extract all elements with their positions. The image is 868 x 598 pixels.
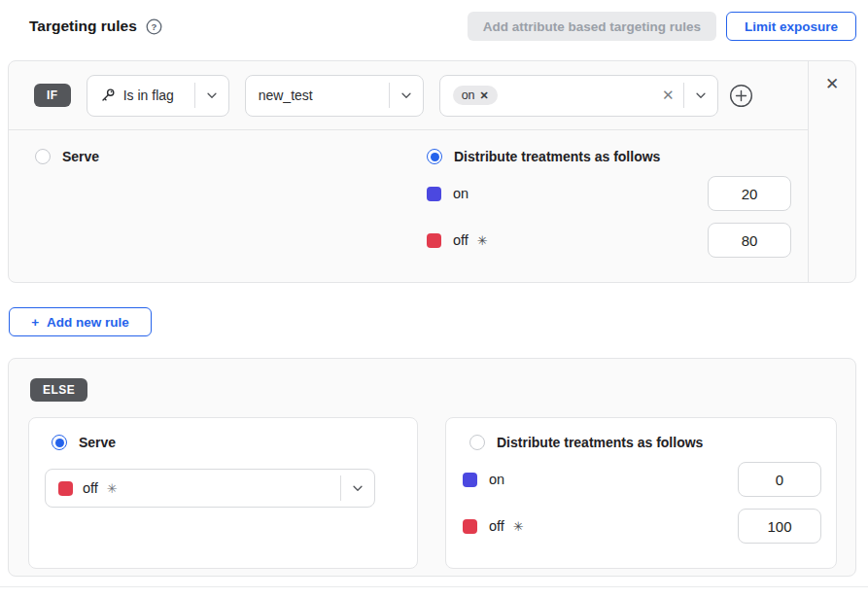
treatment-name: on <box>453 186 469 201</box>
else-serve-option[interactable]: Serve <box>45 435 399 450</box>
clear-icon[interactable]: ✕ <box>653 87 683 104</box>
treatment-percent-input[interactable] <box>708 176 791 211</box>
treatment-off-swatch <box>427 233 441 248</box>
rule-close-column: ✕ <box>808 61 855 282</box>
serve-option[interactable]: Serve <box>35 149 427 164</box>
section-divider <box>0 586 868 587</box>
default-treatment-icon: ✳ <box>107 481 118 496</box>
limit-exposure-button[interactable]: Limit exposure <box>726 12 856 41</box>
serve-radio[interactable] <box>35 149 51 164</box>
treatment-name: off <box>453 232 469 248</box>
if-badge: IF <box>34 84 71 107</box>
matcher-select[interactable]: Is in flag <box>87 75 229 117</box>
page-title-text: Targeting rules <box>29 18 137 35</box>
treatment-percent-input[interactable] <box>738 462 821 497</box>
distribute-option[interactable]: Distribute treatments as follows <box>427 149 791 164</box>
flag-select[interactable]: new_test <box>245 75 424 117</box>
else-serve-label: Serve <box>79 435 116 450</box>
else-distribute-label: Distribute treatments as follows <box>497 435 703 450</box>
value-chip: on ✕ <box>453 86 498 105</box>
treatment-off-swatch <box>463 519 477 534</box>
flag-select-value: new_test <box>259 88 313 103</box>
default-treatment-icon: ✳ <box>513 519 524 534</box>
close-icon[interactable]: ✕ <box>825 76 839 93</box>
distribute-label: Distribute treatments as follows <box>454 149 660 164</box>
else-distribute-radio[interactable] <box>469 435 485 450</box>
else-serve-radio[interactable] <box>52 435 67 450</box>
treatment-row-on: on <box>427 176 791 211</box>
add-new-rule-label: Add new rule <box>47 315 129 330</box>
else-section: ELSE Serve off ✳ Distribute treatments a… <box>8 358 856 577</box>
add-attribute-targeting-button[interactable]: Add attribute based targeting rules <box>468 12 716 41</box>
svg-text:?: ? <box>151 21 156 32</box>
else-distribute-card: Distribute treatments as follows on off … <box>445 417 837 569</box>
rule-serve-section: Serve Distribute treatments as follows o… <box>9 130 808 282</box>
treatment-row-off: off ✳ <box>427 223 791 258</box>
matcher-label: Is in flag <box>123 88 174 103</box>
value-chip-label: on <box>462 88 475 102</box>
targeting-rule-card: IF Is in flag <box>8 60 856 283</box>
else-serve-treatment-value: off <box>83 480 98 496</box>
serve-label: Serve <box>62 149 99 164</box>
treatment-on-swatch <box>427 187 441 201</box>
chevron-down-icon[interactable] <box>195 88 228 102</box>
treatment-name: off <box>489 518 504 534</box>
treatment-off-swatch <box>58 481 73 496</box>
chevron-down-icon[interactable] <box>684 88 717 102</box>
chip-remove-icon[interactable]: ✕ <box>480 89 489 102</box>
help-icon[interactable]: ? <box>146 18 162 35</box>
else-treatment-row-off: off ✳ <box>463 509 821 544</box>
treatment-percent-input[interactable] <box>708 223 791 258</box>
else-distribute-option[interactable]: Distribute treatments as follows <box>463 435 821 450</box>
else-badge: ELSE <box>30 378 87 402</box>
rule-main: IF Is in flag <box>9 61 808 282</box>
key-icon <box>100 88 116 103</box>
distribute-radio[interactable] <box>427 149 442 164</box>
default-treatment-icon: ✳ <box>477 233 488 248</box>
add-condition-icon[interactable] <box>729 84 753 108</box>
treatment-on-swatch <box>463 473 477 487</box>
rule-condition-row: IF Is in flag <box>9 61 808 130</box>
add-new-rule-button[interactable]: + Add new rule <box>9 307 152 336</box>
page-header: Targeting rules ? Add attribute based ta… <box>0 0 868 41</box>
else-serve-treatment-select[interactable]: off ✳ <box>45 469 375 508</box>
treatment-values-multiselect[interactable]: on ✕ ✕ <box>439 75 718 117</box>
treatment-percent-input[interactable] <box>738 509 821 544</box>
chevron-down-icon[interactable] <box>390 88 423 102</box>
else-serve-card: Serve off ✳ <box>28 417 418 569</box>
chevron-down-icon[interactable] <box>341 481 374 495</box>
plus-icon: + <box>31 315 39 330</box>
page-title: Targeting rules ? <box>29 18 162 35</box>
treatment-name: on <box>489 472 504 487</box>
else-treatment-row-on: on <box>463 462 821 497</box>
